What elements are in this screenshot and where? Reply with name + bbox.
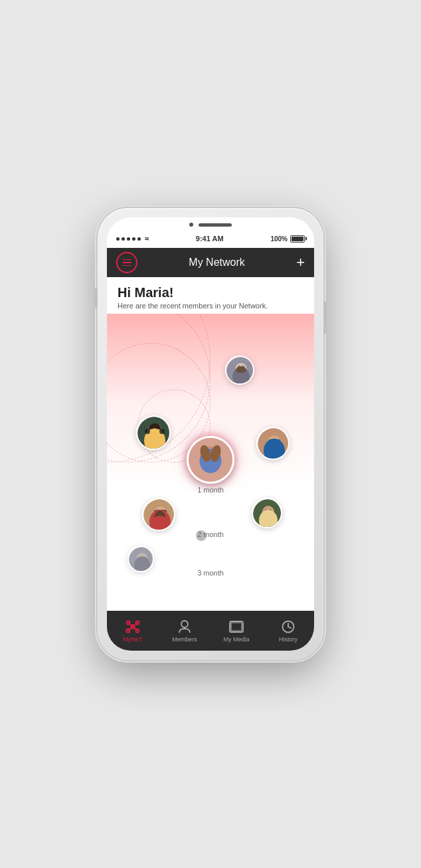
svg-rect-54 [231, 623, 242, 631]
signal-dot-4 [132, 237, 135, 241]
avatar-center[interactable] [187, 435, 234, 483]
battery-percent: 100% [270, 235, 288, 243]
svg-point-52 [181, 621, 188, 627]
page-title: My Network [189, 257, 244, 269]
tab-mynet[interactable]: MyNeT [107, 619, 159, 643]
tab-members[interactable]: Members [159, 619, 210, 643]
battery-fill [292, 237, 303, 241]
signal-dot-2 [122, 237, 125, 241]
tab-history-label: History [279, 636, 297, 643]
camera-dot [189, 223, 193, 227]
avatar-bottom-left[interactable] [142, 498, 175, 531]
avatar-bottom-right[interactable] [252, 498, 282, 528]
members-icon [177, 619, 193, 634]
wifi-icon: ≈ [145, 235, 149, 243]
hamburger-icon [123, 259, 131, 267]
media-icon [228, 619, 244, 634]
menu-button[interactable] [116, 252, 137, 273]
tab-bar: MyNeT Members My Media [107, 611, 314, 651]
avatar-top[interactable] [225, 356, 254, 385]
phone-top-hardware [189, 223, 232, 227]
mynet-icon [125, 619, 141, 634]
signal-dot-1 [116, 237, 120, 241]
signal-area: ≈ [116, 235, 149, 243]
menu-line-2 [123, 262, 131, 263]
tab-members-label: Members [172, 636, 197, 643]
battery-area: 100% [270, 235, 305, 243]
status-bar: ≈ 9:41 AM 100% [107, 229, 314, 248]
menu-line-1 [123, 259, 131, 261]
svg-line-57 [288, 627, 291, 628]
tab-history[interactable]: History [262, 619, 314, 643]
greeting-section: Hi Maria! Here are the recent members in… [107, 277, 314, 314]
month-label-1: 1 month [197, 486, 224, 494]
status-time: 9:41 AM [196, 235, 224, 243]
network-visualization: 1 month 2 month 3 month [107, 314, 314, 611]
speaker-bar [199, 223, 232, 227]
avatar-left[interactable] [136, 415, 171, 450]
battery-icon [290, 235, 305, 243]
phone-screen: ≈ 9:41 AM 100% My Network + [107, 217, 314, 651]
greeting-subtitle: Here are the recent members in your Netw… [118, 302, 303, 310]
month-label-3: 3 month [197, 569, 224, 577]
add-button[interactable]: + [296, 255, 305, 270]
signal-dot-5 [137, 237, 141, 241]
svg-point-20 [159, 429, 165, 434]
signal-dot-3 [127, 237, 130, 241]
history-icon [280, 619, 296, 634]
phone-frame: ≈ 9:41 AM 100% My Network + [98, 208, 323, 660]
menu-line-3 [123, 265, 131, 267]
greeting-title: Hi Maria! [118, 285, 303, 300]
tab-mymedia-label: My Media [223, 636, 249, 643]
avatar-right[interactable] [256, 427, 290, 460]
center-person-image [189, 437, 232, 481]
svg-point-19 [145, 429, 150, 434]
tab-mynet-label: MyNeT [124, 636, 143, 643]
avatar-far-left[interactable] [127, 546, 154, 572]
tab-mymedia[interactable]: My Media [210, 619, 262, 643]
month-label-2: 2 month [197, 530, 224, 538]
app-header: My Network + [107, 248, 314, 277]
